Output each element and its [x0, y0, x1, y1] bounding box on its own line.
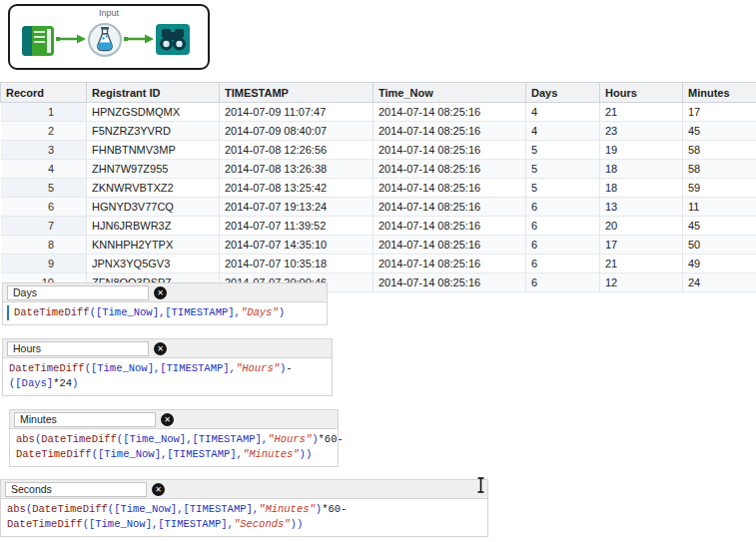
token-str: "Days" — [241, 306, 279, 318]
expression-line: DateTimeDiff([Time_Now],[TIMESTAMP],"Min… — [16, 447, 334, 462]
tool-container[interactable]: Input — [8, 4, 210, 70]
table-header: RecordRegistrant IDTIMESTAMPTime_NowDays… — [1, 83, 756, 103]
cell-timestamp: 2014-07-08 13:25:42 — [220, 179, 374, 198]
header-row: RecordRegistrant IDTIMESTAMPTime_NowDays… — [1, 83, 756, 103]
remove-expression-icon[interactable]: ✕ — [152, 483, 165, 496]
cell-minutes: 59 — [683, 179, 756, 198]
column-header-hours[interactable]: Hours — [600, 83, 683, 103]
cell-registrant-id: ZKNWRVBTXZ2 — [87, 179, 220, 198]
token-op: - — [337, 433, 343, 445]
table-row[interactable]: 7HJN6JRBWR3Z2014-07-07 11:39:522014-07-1… — [1, 217, 756, 236]
cell-days: 5 — [526, 141, 600, 160]
expression-line: abs(DateTimeDiff([Time_Now],[TIMESTAMP],… — [7, 502, 483, 517]
cell-days: 6 — [526, 255, 600, 273]
cell-days: 5 — [526, 179, 600, 198]
formula-icon[interactable] — [89, 24, 121, 56]
page: Input — [0, 0, 756, 542]
remove-expression-icon[interactable]: ✕ — [154, 342, 167, 355]
column-header-time-now[interactable]: Time_Now — [374, 83, 526, 103]
connector-arrow[interactable] — [56, 35, 86, 44]
cell-hours: 17 — [600, 236, 683, 255]
cell-hours: 23 — [600, 122, 683, 141]
formula-editor-days: Days✕DateTimeDiff([Time_Now],[TIMESTAMP]… — [2, 282, 328, 325]
token-fn: DateTimeDiff — [14, 306, 90, 318]
cell-hours: 21 — [600, 103, 683, 122]
cell-minutes: 11 — [683, 198, 756, 217]
table-row[interactable]: 8KNNHPH2YTPX2014-07-07 14:35:102014-07-1… — [1, 236, 756, 255]
output-column-name[interactable]: Minutes — [14, 412, 156, 427]
cell-timestamp: 2014-07-07 11:39:52 — [220, 217, 374, 236]
table-row[interactable]: 4ZHN7W97Z9552014-07-08 13:26:382014-07-1… — [1, 160, 756, 179]
formula-header: Seconds✕ — [0, 479, 488, 499]
cell-registrant-id: ZHN7W97Z955 — [87, 160, 220, 179]
cell-hours: 19 — [600, 141, 683, 160]
i-beam-cursor — [476, 477, 485, 493]
browse-icon[interactable] — [156, 24, 190, 55]
expression-text[interactable]: DateTimeDiff([Time_Now],[TIMESTAMP],"Day… — [2, 302, 328, 325]
expression-text[interactable]: abs(DateTimeDiff([Time_Now],[TIMESTAMP],… — [0, 499, 488, 537]
results-table-body: 1HPNZGSDMQMX2014-07-09 11:07:472014-07-1… — [1, 103, 756, 292]
cell-minutes: 58 — [683, 160, 756, 179]
token-fld: [Days] — [15, 377, 53, 389]
cell-days: 4 — [526, 122, 600, 141]
output-column-name[interactable]: Seconds — [5, 482, 147, 497]
token-fn: DateTimeDiff — [7, 518, 83, 530]
column-header-minutes[interactable]: Minutes — [683, 83, 756, 103]
expression-text[interactable]: abs(DateTimeDiff([Time_Now],[TIMESTAMP],… — [9, 429, 339, 467]
token-pun: )) — [291, 518, 304, 530]
token-str: "Seconds" — [234, 518, 291, 530]
cell-record: 9 — [1, 255, 87, 273]
cell-time-now: 2014-07-14 08:25:16 — [374, 179, 526, 198]
container-label: Input — [10, 8, 208, 18]
cell-record: 5 — [1, 179, 87, 198]
formula-header: Hours✕ — [2, 338, 333, 358]
cell-days: 6 — [526, 236, 600, 255]
output-column-name[interactable]: Days — [7, 285, 149, 300]
remove-expression-icon[interactable]: ✕ — [154, 286, 167, 299]
cell-time-now: 2014-07-14 08:25:16 — [374, 217, 526, 236]
connector-arrow[interactable] — [124, 35, 154, 44]
remove-expression-icon[interactable]: ✕ — [161, 413, 174, 426]
formula-header: Minutes✕ — [9, 409, 339, 429]
token-pun: ) — [279, 306, 285, 318]
token-num: 60 — [328, 503, 341, 515]
cell-record: 7 — [1, 217, 87, 236]
token-str: "Hours" — [268, 433, 312, 445]
column-header-record[interactable]: Record — [1, 83, 87, 103]
token-fld: [Time_Now] — [114, 503, 177, 515]
token-fn: DateTimeDiff — [9, 362, 85, 374]
cell-days: 6 — [526, 198, 600, 217]
token-fld: [Time_Now] — [123, 433, 186, 445]
cell-record: 6 — [1, 198, 87, 217]
table-row[interactable]: 3FHNBTNMV3MP2014-07-08 12:26:562014-07-1… — [1, 141, 756, 160]
cell-time-now: 2014-07-14 08:25:16 — [374, 103, 526, 122]
cell-registrant-id: HJN6JRBWR3Z — [87, 217, 220, 236]
cell-minutes: 49 — [683, 255, 756, 273]
input-data-icon[interactable] — [22, 26, 54, 56]
cell-minutes: 45 — [683, 217, 756, 236]
output-column-name[interactable]: Hours — [7, 341, 149, 356]
table-row[interactable]: 5ZKNWRVBTXZ22014-07-08 13:25:422014-07-1… — [1, 179, 756, 198]
cell-time-now: 2014-07-14 08:25:16 — [374, 141, 526, 160]
cell-days: 4 — [526, 103, 600, 122]
token-fld: [TIMESTAMP] — [160, 362, 229, 374]
table-row[interactable]: 9JPNX3YQ5GV32014-07-07 10:35:182014-07-1… — [1, 255, 756, 273]
token-str: "Minutes" — [243, 448, 300, 460]
table-row[interactable]: 6HGNYD3V77CQ2014-07-07 19:13:242014-07-1… — [1, 198, 756, 217]
cell-hours: 13 — [600, 198, 683, 217]
cell-timestamp: 2014-07-08 12:26:56 — [220, 141, 374, 160]
table-row[interactable]: 2F5NZRZ3YVRD2014-07-09 08:40:072014-07-1… — [1, 122, 756, 141]
cell-time-now: 2014-07-14 08:25:16 — [374, 122, 526, 141]
expression-text[interactable]: DateTimeDiff([Time_Now],[TIMESTAMP],"Hou… — [2, 358, 333, 396]
token-op: - — [286, 362, 292, 374]
formula-editor-hours: Hours✕DateTimeDiff([Time_Now],[TIMESTAMP… — [2, 338, 333, 396]
column-header-days[interactable]: Days — [526, 83, 600, 103]
cell-hours: 20 — [600, 217, 683, 236]
workflow-canvas — [14, 21, 204, 63]
cell-record: 3 — [1, 141, 87, 160]
column-header-registrant-id[interactable]: Registrant ID — [87, 83, 220, 103]
column-header-timestamp[interactable]: TIMESTAMP — [220, 83, 374, 103]
table-row[interactable]: 1HPNZGSDMQMX2014-07-09 11:07:472014-07-1… — [1, 103, 756, 122]
token-fld: [TIMESTAMP] — [158, 518, 227, 530]
cell-registrant-id: KNNHPH2YTPX — [87, 236, 220, 255]
